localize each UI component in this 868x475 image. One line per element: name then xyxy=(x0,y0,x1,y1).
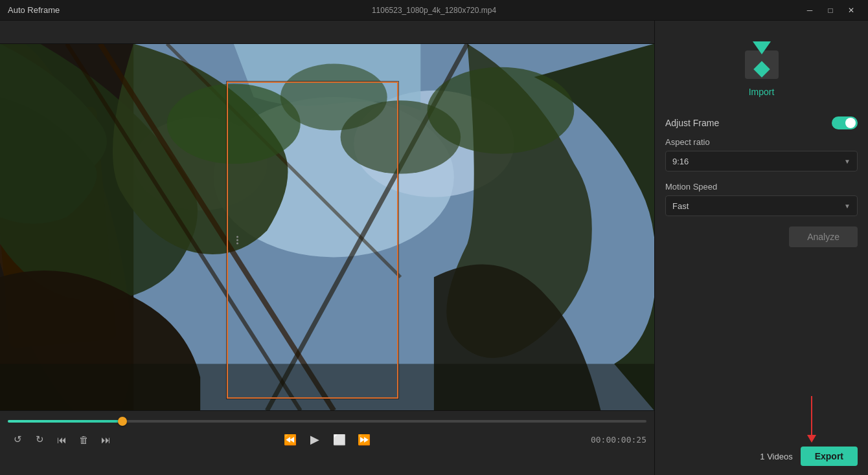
adjust-frame-row: Adjust Frame xyxy=(665,116,858,129)
next-frame-button[interactable]: ⏩ xyxy=(354,429,374,450)
right-panel: Import Adjust Frame Aspect ratio 9:16 ▼ xyxy=(654,21,868,475)
export-area: 1 Videos Export xyxy=(760,447,858,466)
maximize-button[interactable]: □ xyxy=(821,3,839,17)
playback-controls: ⏪ ▶ ⬜ ⏩ xyxy=(280,429,374,450)
analyze-button[interactable]: Analyze xyxy=(789,226,858,247)
videos-count: 1 Videos xyxy=(760,452,792,461)
progress-thumb[interactable] xyxy=(118,417,127,426)
motion-speed-chevron-icon: ▼ xyxy=(844,203,851,210)
timestamp: 00:00:00:25 xyxy=(591,435,646,445)
progress-fill xyxy=(8,420,122,423)
toggle-track xyxy=(832,116,858,129)
analyze-row: Analyze xyxy=(665,226,858,247)
minimize-button[interactable]: ─ xyxy=(801,3,819,17)
close-button[interactable]: ✕ xyxy=(842,3,860,17)
aspect-ratio-label: Aspect ratio xyxy=(665,137,858,147)
playback-controls-row: ↺ ↻ ⏮ 🗑 ⏭ ⏪ ▶ ⬜ ⏩ 00:00:00:25 xyxy=(0,428,654,451)
bottom-controls: ↺ ↻ ⏮ 🗑 ⏭ ⏪ ▶ ⬜ ⏩ 00:00:00:25 xyxy=(0,410,654,475)
filename: 1106523_1080p_4k_1280x720.mp4 xyxy=(372,6,496,15)
adjust-frame-label: Adjust Frame xyxy=(665,118,719,128)
aspect-ratio-chevron-icon: ▼ xyxy=(844,158,851,165)
main-container: ↺ ↻ ⏮ 🗑 ⏭ ⏪ ▶ ⬜ ⏩ 00:00:00:25 xyxy=(0,21,868,475)
delete-button[interactable]: 🗑 xyxy=(74,430,93,448)
import-section: Import xyxy=(741,40,782,97)
aspect-ratio-value: 9:16 xyxy=(672,157,689,166)
reframe-box[interactable] xyxy=(227,82,398,399)
red-arrow-line xyxy=(811,396,812,435)
resize-handle[interactable] xyxy=(233,236,241,245)
progress-bar-area[interactable] xyxy=(0,411,654,428)
progress-track[interactable] xyxy=(8,420,646,423)
top-toolbar xyxy=(0,21,654,44)
motion-speed-dropdown[interactable]: Fast ▼ xyxy=(665,195,858,216)
app-title: Auto Reframe xyxy=(8,5,60,15)
adjust-frame-toggle[interactable] xyxy=(832,116,858,129)
settings-section: Adjust Frame Aspect ratio 9:16 ▼ Motion … xyxy=(665,116,858,247)
motion-speed-section: Motion Speed Fast ▼ xyxy=(665,182,858,216)
import-icon-wrapper xyxy=(741,40,782,79)
svg-point-14 xyxy=(428,67,575,154)
prev-frame-button[interactable]: ⏪ xyxy=(280,429,301,450)
titlebar: Auto Reframe 1106523_1080p_4k_1280x720.m… xyxy=(0,0,868,21)
video-area: ↺ ↻ ⏮ 🗑 ⏭ ⏪ ▶ ⬜ ⏩ 00:00:00:25 xyxy=(0,21,654,475)
import-label[interactable]: Import xyxy=(749,87,775,97)
red-arrow-head xyxy=(807,435,816,443)
video-canvas xyxy=(0,44,654,410)
undo-button[interactable]: ↺ xyxy=(8,430,27,448)
export-button[interactable]: Export xyxy=(801,447,858,466)
red-arrow-indicator xyxy=(807,396,816,443)
fit-button[interactable]: ⬜ xyxy=(329,429,350,450)
step-back-button[interactable]: ⏮ xyxy=(52,430,71,448)
redo-button[interactable]: ↻ xyxy=(30,430,49,448)
window-controls: ─ □ ✕ xyxy=(801,3,860,17)
aspect-ratio-dropdown[interactable]: 9:16 ▼ xyxy=(665,151,858,171)
edit-controls: ↺ ↻ ⏮ 🗑 ⏭ xyxy=(8,430,115,448)
motion-speed-label: Motion Speed xyxy=(665,182,858,192)
aspect-ratio-section: Aspect ratio 9:16 ▼ xyxy=(665,137,858,171)
play-button[interactable]: ▶ xyxy=(304,429,325,450)
motion-speed-value: Fast xyxy=(672,201,689,211)
import-arrow-icon xyxy=(753,41,771,54)
toggle-thumb xyxy=(845,118,856,128)
step-fwd-button[interactable]: ⏭ xyxy=(96,430,115,448)
